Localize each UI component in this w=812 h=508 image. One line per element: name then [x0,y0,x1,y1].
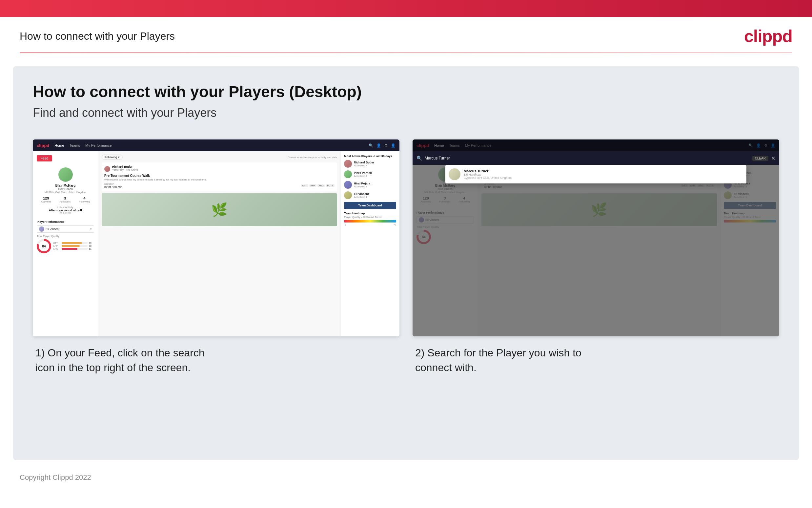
mock-stat-activities: 129 Activities [41,196,51,203]
clear-button[interactable]: CLEAR [752,156,768,161]
tag-app: APP [309,184,317,187]
mock-latest-activity: Latest Activity Afternoon round of golf … [37,206,94,214]
main-subtitle: Find and connect with your Players [33,106,779,120]
chevron-down-icon: ▾ [90,227,92,231]
heatmap-range-1: -5 +5 [344,223,396,226]
mock-control-link[interactable]: Control who can see your activity and da… [288,156,337,159]
mock-profile-title: Golf Coach [37,187,94,190]
mock-nav-home[interactable]: Home [54,143,64,147]
player-row-3: Eli Vincent Activities: 1 [344,191,396,199]
mock-tags: OTT APP ARG PUTT [301,184,335,187]
result-club: Cypress Point Club, United Kingdom [464,176,512,179]
players-list-1: Richard Butler Activities: 7 Piers Parne… [344,160,396,199]
search-icon-nav[interactable]: 🔍 [369,143,373,148]
team-dashboard-btn-1[interactable]: Team Dashboard [344,202,396,209]
panel-2: clippd Home Teams My Performance 🔍 👤 ⚙ 👤 [413,139,779,375]
mock-profile-club: Mill Ride Golf Club, United Kingdom [37,190,94,194]
mock-middle-1: Following ▾ Control who can see your act… [98,151,340,336]
mock-nav-teams[interactable]: Teams [69,143,80,147]
mock-body-1: Feed Blair McHarg Golf Coach Mill Ride G… [33,151,399,336]
player-performance-header-1: Player Performance [37,220,94,223]
bar-row-ott: OTT 79 [53,242,94,244]
player-avatar-2 [344,181,352,189]
most-active-title: Most Active Players - Last 30 days [344,155,396,158]
player-name-1: Piers Parnell [354,171,372,175]
panel-1: clippd Home Teams My Performance 🔍 👤 ⚙ 👤 [33,139,399,375]
tag-putt: PUTT [326,184,335,187]
mock-nav-1: clippd Home Teams My Performance 🔍 👤 ⚙ 👤 [33,139,399,151]
mock-player-select[interactable]: Eli Vincent ▾ [37,225,94,233]
panels-row: clippd Home Teams My Performance 🔍 👤 ⚙ 👤 [33,139,779,375]
screenshot-mockup-1: clippd Home Teams My Performance 🔍 👤 ⚙ 👤 [33,139,399,336]
avatar-nav[interactable]: 👤 [391,143,395,148]
mock-stat-followers: 3 Followers [59,196,70,203]
footer: Copyright Clippd 2022 [0,467,812,488]
tag-arg: ARG [318,184,325,187]
following-btn[interactable]: Following ▾ [102,155,123,160]
heatmap-title-1: Team Heatmap [344,212,396,215]
user-icon-nav[interactable]: 👤 [377,143,381,148]
activity-user-avatar [104,166,110,172]
bar-row-app: APP 70 [53,245,94,247]
mock-stat-following: 4 Following [79,196,90,203]
player-row-2: Hiral Pujara Activities: 3 [344,181,396,189]
bar-row-arg: ARG 61 [53,248,94,250]
main-title: How to connect with your Players (Deskto… [33,83,779,101]
top-bar [0,0,812,17]
result-name: Marcus Turner [464,169,512,173]
player-acts-0: Activities: 7 [354,164,374,167]
mock-search-bar: 🔍 Marcus Turner CLEAR ✕ [413,151,779,165]
heatmap-sub-1: Player Quality - 20 Round Trend [344,216,396,219]
player-name-3: Eli Vincent [354,192,369,196]
mock-left-panel-1: Feed Blair McHarg Golf Coach Mill Ride G… [33,151,98,336]
search-icon-bar: 🔍 [417,156,422,161]
mock-right-1: Most Active Players - Last 30 days Richa… [340,151,399,336]
player-row-1: Piers Parnell Activities: 4 [344,170,396,178]
screenshot-mockup-2: clippd Home Teams My Performance 🔍 👤 ⚙ 👤 [413,139,779,336]
chevron-down-icon-following: ▾ [118,156,120,159]
mock-profile-name: Blair McHarg [37,184,94,187]
header-divider [20,52,792,53]
search-result-card[interactable]: Marcus Turner 1.5 Handicap Cypress Point… [445,165,747,183]
step-1-description: 1) On your Feed, click on the searchicon… [33,346,399,375]
mock-logo-1: clippd [37,143,49,148]
step-2-description: 2) Search for the Player you wish toconn… [413,346,779,375]
player-acts-1: Activities: 4 [354,175,372,177]
heatmap-bar-1 [344,220,396,222]
mock-nav-icons: 🔍 👤 ⚙ 👤 [369,143,395,148]
page-title: How to connect with your Players [20,30,175,42]
mock-gauge: 84 [37,239,51,253]
mock-nav-myperformance[interactable]: My Performance [85,143,112,147]
mock-course-image: 🌿 [102,193,337,226]
mock-quality-label: Total Player Quality [37,235,94,238]
player-name-2: Hiral Pujara [354,182,370,185]
mock-profile-avatar [58,167,73,182]
settings-icon-nav[interactable]: ⚙ [384,143,388,148]
tag-ott: OTT [301,184,308,187]
player-avatar-1 [344,170,352,178]
mock-stats-row: 129 Activities 3 Followers 4 [37,196,94,203]
header: How to connect with your Players clippd [0,17,812,52]
player-avatar-3 [344,191,352,199]
mock-bars: OTT 79 APP 70 ARG 61 [53,242,94,251]
player-acts-2: Activities: 3 [354,185,370,188]
player-row-0: Richard Butler Activities: 7 [344,160,396,168]
result-handicap: 1.5 Handicap [464,173,512,176]
mock-app-1: clippd Home Teams My Performance 🔍 👤 ⚙ 👤 [33,139,399,336]
player-avatar-0 [344,160,352,168]
mock-activity-card: Richard Butler Yesterday · The Grove Pre… [102,162,337,191]
copyright: Copyright Clippd 2022 [20,473,91,481]
mock-feed-tab[interactable]: Feed [37,155,52,162]
mock-profile-card: Blair McHarg Golf Coach Mill Ride Golf C… [37,165,94,217]
main-content: How to connect with your Players (Deskto… [13,66,799,460]
logo: clippd [744,26,792,46]
player-acts-3: Activities: 1 [354,196,369,199]
player-name-0: Richard Butler [354,161,374,164]
mock-following-row: Following ▾ Control who can see your act… [102,155,337,160]
close-button[interactable]: ✕ [771,155,775,162]
result-avatar [449,168,461,180]
mock-player-avatar-select [39,226,44,232]
search-input-display[interactable]: Marcus Turner [425,156,750,161]
